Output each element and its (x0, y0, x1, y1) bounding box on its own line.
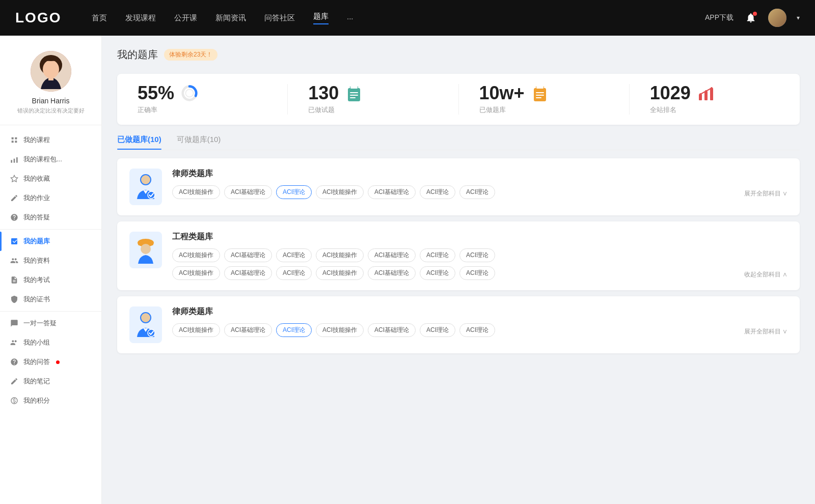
tag-3-3[interactable]: ACI技能操作 (316, 323, 364, 337)
tag-1-5[interactable]: ACI理论 (420, 185, 455, 199)
stat-rank-top: 1029 (650, 84, 715, 102)
qbank-label: 我的题库 (23, 237, 50, 246)
tab-available-banks[interactable]: 可做题库(10) (177, 135, 221, 150)
sidebar-item-qbank[interactable]: 我的题库 (0, 232, 101, 251)
tag-2-3[interactable]: ACI技能操作 (316, 248, 364, 262)
sidebar-username: Brian Harris (32, 97, 70, 105)
tag-2-5[interactable]: ACI理论 (420, 248, 455, 262)
sidebar: Brian Harris 错误的决定比没有决定要好 我的课程 我的课程包... … (0, 36, 102, 504)
notes-icon (10, 377, 18, 385)
tag-2r2-1[interactable]: ACI基础理论 (224, 266, 272, 280)
sidebar-item-notes[interactable]: 我的笔记 (0, 372, 101, 391)
tag-2-0[interactable]: ACI技能操作 (172, 248, 220, 262)
tag-1-2[interactable]: ACI理论 (276, 185, 312, 199)
sidebar-avatar (31, 51, 71, 92)
page-layout: Brian Harris 错误的决定比没有决定要好 我的课程 我的课程包... … (0, 36, 815, 504)
sidebar-item-one-on-one[interactable]: 一对一答疑 (0, 314, 101, 333)
tag-1-6[interactable]: ACI理论 (459, 185, 495, 199)
qa-icon (10, 213, 18, 221)
homework-icon (10, 194, 18, 202)
nav-qbank[interactable]: 题库 (313, 12, 329, 24)
svg-rect-5 (12, 141, 14, 143)
tag-2r2-2[interactable]: ACI理论 (276, 266, 312, 280)
svg-rect-23 (536, 86, 544, 89)
tag-1-4[interactable]: ACI基础理论 (368, 185, 416, 199)
tag-3-0[interactable]: ACI技能操作 (172, 323, 220, 337)
qbank-card-lawyer-1: 律师类题库 ACI技能操作 ACI基础理论 ACI理论 ACI技能操作 ACI基… (117, 158, 800, 215)
clipboard-orange-icon (531, 84, 549, 102)
qbank-tags-1: ACI技能操作 ACI基础理论 ACI理论 ACI技能操作 ACI基础理论 AC… (172, 185, 495, 199)
svg-point-31 (705, 90, 707, 92)
sidebar-profile: Brian Harris 错误的决定比没有决定要好 (0, 46, 101, 125)
svg-point-32 (711, 87, 713, 89)
tag-3-2[interactable]: ACI理论 (276, 323, 312, 337)
group-label: 我的小组 (23, 338, 50, 347)
sidebar-item-qa[interactable]: 我的答疑 (0, 208, 101, 227)
tag-2r2-0[interactable]: ACI技能操作 (172, 266, 220, 280)
my-qa-label: 我的问答 (23, 357, 50, 367)
svg-point-34 (141, 175, 150, 184)
nav-qa[interactable]: 问答社区 (264, 13, 295, 23)
sidebar-item-group[interactable]: 我的小组 (0, 333, 101, 352)
tag-1-3[interactable]: ACI技能操作 (316, 185, 364, 199)
logo[interactable]: LOGO (15, 10, 66, 26)
tag-1-0[interactable]: ACI技能操作 (172, 185, 220, 199)
sidebar-divider-1 (0, 229, 101, 230)
tag-1-1[interactable]: ACI基础理论 (224, 185, 272, 199)
expand-btn-3[interactable]: 展开全部科目 ∨ (744, 327, 787, 337)
sidebar-item-my-qa[interactable]: 我的问答 (0, 352, 101, 372)
svg-rect-6 (15, 137, 17, 139)
page-title-row: 我的题库 体验剩余23天！ (117, 48, 800, 62)
tag-2-1[interactable]: ACI基础理论 (224, 248, 272, 262)
tag-2r2-4[interactable]: ACI基础理论 (368, 266, 416, 280)
nav-more[interactable]: ··· (347, 14, 354, 22)
user-menu-chevron[interactable]: ▾ (797, 14, 800, 21)
one-on-one-label: 一对一答疑 (23, 319, 57, 328)
notes-label: 我的笔记 (23, 377, 50, 386)
user-avatar[interactable] (768, 9, 786, 27)
navbar: LOGO 首页 发现课程 公开课 新闻资讯 问答社区 题库 ··· APP下载 … (0, 0, 815, 36)
sidebar-item-homework[interactable]: 我的作业 (0, 188, 101, 208)
collapse-btn-2[interactable]: 收起全部科目 ∧ (744, 270, 787, 280)
nav-news[interactable]: 新闻资讯 (215, 13, 246, 23)
qbank-body-3: 律师类题库 ACI技能操作 ACI基础理论 ACI理论 ACI技能操作 ACI基… (172, 306, 787, 337)
qbank-title-1: 律师类题库 (172, 169, 787, 179)
sidebar-item-course-package[interactable]: 我的课程包... (0, 150, 101, 169)
my-course-icon (10, 136, 18, 144)
tag-2-2[interactable]: ACI理论 (276, 248, 312, 262)
tag-2-4[interactable]: ACI基础理论 (368, 248, 416, 262)
nav-home[interactable]: 首页 (92, 13, 107, 23)
main-content: 我的题库 体验剩余23天！ 55% 正确率 (102, 36, 815, 504)
expand-btn-1[interactable]: 展开全部科目 ∨ (744, 189, 787, 199)
svg-point-14 (185, 89, 193, 97)
tag-2-6[interactable]: ACI理论 (459, 248, 495, 262)
svg-rect-28 (704, 91, 708, 100)
app-download-btn[interactable]: APP下载 (705, 13, 734, 22)
sidebar-item-certificate[interactable]: 我的证书 (0, 290, 101, 309)
tag-3-4[interactable]: ACI基础理论 (368, 323, 416, 337)
tag-2r2-5[interactable]: ACI理论 (420, 266, 455, 280)
nav-discover[interactable]: 发现课程 (125, 13, 156, 23)
svg-point-38 (141, 244, 151, 254)
svg-point-30 (699, 93, 701, 95)
tag-2r2-6[interactable]: ACI理论 (459, 266, 495, 280)
nav-open-course[interactable]: 公开课 (174, 13, 197, 23)
tab-done-banks[interactable]: 已做题库(10) (117, 135, 161, 150)
notification-bell[interactable] (744, 11, 758, 25)
sidebar-item-points[interactable]: 我的积分 (0, 391, 101, 410)
lawyer-icon-2 (133, 311, 158, 339)
tag-3-6[interactable]: ACI理论 (459, 323, 495, 337)
sidebar-item-exam[interactable]: 我的考试 (0, 270, 101, 290)
stat-questions-done-number: 130 (308, 84, 339, 102)
tag-3-5[interactable]: ACI理论 (420, 323, 455, 337)
tag-2r2-3[interactable]: ACI技能操作 (316, 266, 364, 280)
sidebar-item-my-course[interactable]: 我的课程 (0, 130, 101, 150)
qbank-lawyer-icon-wrap-2 (129, 306, 162, 343)
sidebar-item-profile[interactable]: 我的资料 (0, 251, 101, 270)
exam-label: 我的考试 (23, 275, 50, 285)
stat-rank: 1029 全站排名 (630, 84, 800, 115)
tag-3-1[interactable]: ACI基础理论 (224, 323, 272, 337)
tabs-row: 已做题库(10) 可做题库(10) (117, 135, 800, 150)
sidebar-item-favorites[interactable]: 我的收藏 (0, 169, 101, 188)
qa-label: 我的答疑 (23, 213, 50, 222)
